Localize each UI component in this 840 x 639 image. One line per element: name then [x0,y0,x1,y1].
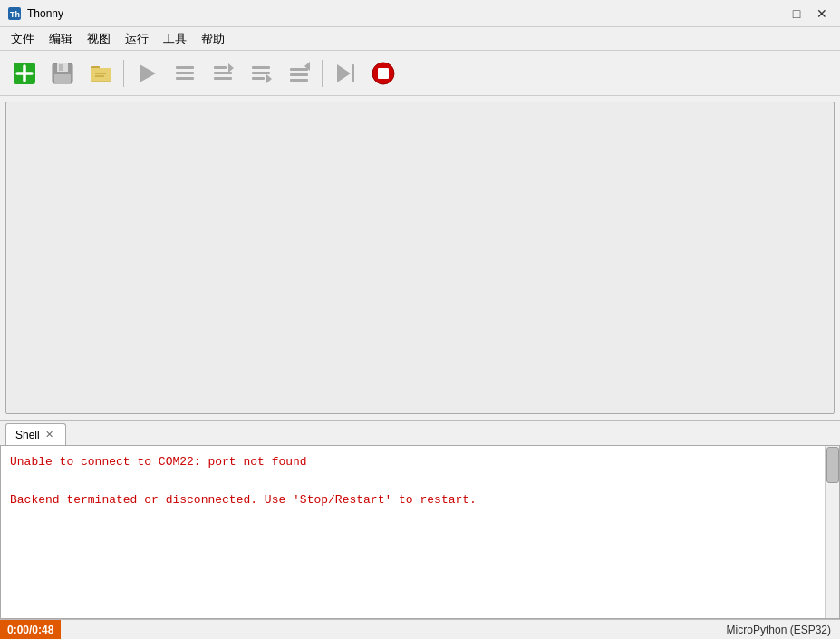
svg-rect-7 [59,64,63,71]
window-controls: – □ ✕ [760,3,833,24]
debug-button[interactable] [168,56,202,91]
svg-rect-27 [290,73,308,76]
svg-rect-17 [176,77,194,80]
svg-rect-23 [252,72,270,74]
shell-tab-bar: Shell ✕ [0,421,840,446]
close-button[interactable]: ✕ [811,3,833,24]
open-button[interactable] [83,56,118,91]
menu-help[interactable]: 帮助 [194,28,232,50]
menubar: 文件 编辑 视图 运行 工具 帮助 [0,27,840,51]
stop-button[interactable] [366,56,401,91]
app-title: Thonny [27,7,760,20]
shell-section: Shell ✕ Unable to connect to COM22: port… [0,420,840,619]
shell-tab-close[interactable]: ✕ [43,429,56,441]
toolbar-separator-1 [123,60,124,87]
svg-rect-26 [290,68,308,71]
shell-tab-label: Shell [15,429,40,441]
resume-button[interactable] [328,56,362,91]
svg-text:Th: Th [10,10,20,19]
svg-rect-28 [290,79,308,82]
shell-scrollbar[interactable] [825,446,839,618]
save-button[interactable] [45,56,80,91]
run-button[interactable] [130,56,164,91]
svg-rect-8 [54,74,71,83]
menu-view[interactable]: 视图 [80,28,118,50]
svg-marker-14 [140,64,156,82]
editor-area [0,96,840,420]
editor-panel[interactable] [5,102,835,414]
shell-content[interactable]: Unable to connect to COM22: port not fou… [0,446,840,619]
svg-rect-20 [214,77,232,80]
toolbar-separator-2 [322,60,323,87]
svg-rect-15 [176,66,194,69]
toolbar [0,51,840,96]
maximize-button[interactable]: □ [786,3,807,24]
menu-run[interactable]: 运行 [118,28,156,50]
status-time: 0:00/0:48 [0,620,61,639]
svg-marker-25 [266,74,272,83]
scrollbar-thumb[interactable] [826,447,839,483]
menu-edit[interactable]: 编辑 [42,28,80,50]
svg-rect-24 [252,77,265,80]
new-button[interactable] [7,56,42,91]
svg-rect-18 [214,66,227,69]
shell-tab[interactable]: Shell ✕ [5,423,66,445]
svg-marker-21 [228,63,234,73]
status-backend: MicroPython (ESP32) [718,624,840,636]
shell-line-2: Backend terminated or disconnected. Use … [10,491,830,510]
step-over-button[interactable] [206,56,240,91]
menu-tools[interactable]: 工具 [156,28,194,50]
shell-text: Unable to connect to COM22: port not fou… [1,446,839,517]
svg-marker-30 [337,64,351,82]
shell-line-1: Unable to connect to COM22: port not fou… [10,453,830,472]
app-icon: Th [7,6,22,21]
svg-rect-22 [252,66,270,69]
titlebar: Th Thonny – □ ✕ [0,0,840,27]
svg-rect-31 [352,64,354,82]
svg-rect-19 [214,72,232,74]
step-into-button[interactable] [244,56,278,91]
minimize-button[interactable]: – [760,3,782,24]
statusbar: 0:00/0:48 MicroPython (ESP32) [0,619,840,639]
svg-rect-16 [176,72,194,74]
step-out-button[interactable] [282,56,316,91]
menu-file[interactable]: 文件 [4,28,42,50]
svg-rect-11 [91,68,111,81]
svg-rect-33 [378,68,389,79]
